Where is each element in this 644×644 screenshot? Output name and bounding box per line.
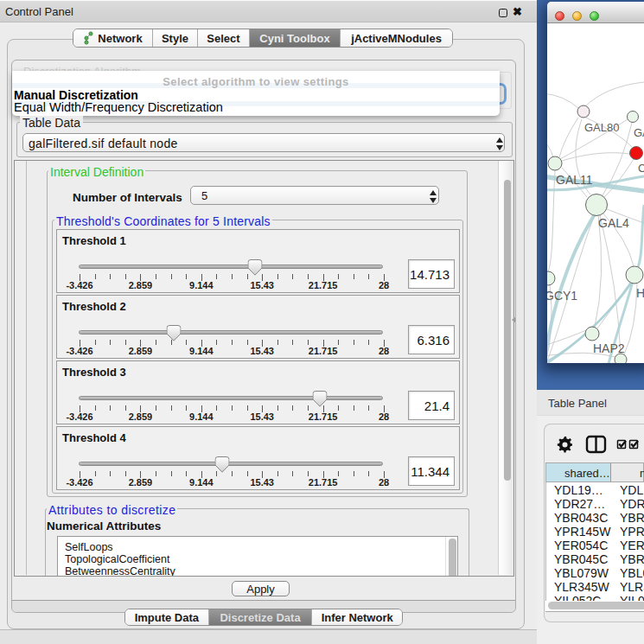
svg-text:GA: GA — [634, 126, 644, 139]
svg-text:C: C — [638, 162, 644, 175]
svg-text:H: H — [636, 286, 644, 300]
svg-text:GCY1: GCY1 — [547, 289, 577, 303]
svg-text:HAP2: HAP2 — [593, 341, 625, 355]
svg-text:GAL11: GAL11 — [556, 173, 593, 187]
svg-text:GAL80: GAL80 — [584, 121, 619, 134]
svg-text:GAL4: GAL4 — [598, 216, 629, 230]
